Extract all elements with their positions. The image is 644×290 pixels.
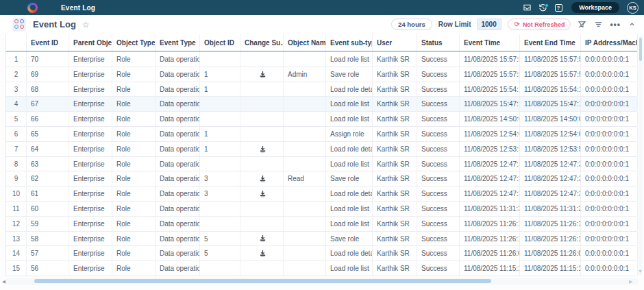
col-object-type[interactable]: Object Type (112, 34, 156, 51)
col-event-type[interactable]: Event Type (156, 34, 200, 51)
user-avatar[interactable]: KS (627, 2, 639, 14)
col-user[interactable]: User (373, 34, 417, 51)
filter-off-icon[interactable] (577, 19, 587, 29)
table-row[interactable]: 5 66 Enterprise Role Data operation Load… (6, 112, 637, 127)
table-row[interactable]: 11 60 Enterprise Role Data operation Loa… (6, 202, 637, 217)
cell-object-type: Role (112, 82, 156, 97)
topbar-actions: ? Workspace KS (522, 2, 644, 14)
cell-object-type: Role (112, 171, 156, 186)
table-row[interactable]: 15 56 Enterprise Role Data operation Loa… (6, 261, 637, 276)
col-change-summary[interactable]: Change Su... (240, 34, 284, 51)
table-row[interactable]: 1 70 Enterprise Role Data operation Load… (6, 52, 637, 67)
download-icon[interactable] (259, 190, 267, 197)
workspace-button[interactable]: Workspace (571, 2, 619, 13)
download-icon[interactable] (259, 145, 267, 153)
cell-ip-address: 0:0:0:0:0:0:0:1 (581, 82, 638, 97)
cell-event-id: 56 (27, 261, 69, 276)
cell-event-sub-type: Load role list (326, 157, 373, 171)
table-row[interactable]: 6 65 Enterprise Role Data operation 1 As… (6, 127, 637, 142)
cell-status: Success (417, 82, 460, 97)
cell-event-id: 67 (27, 97, 69, 111)
refresh-status-button[interactable]: ⟳ Not Refreshed (508, 19, 571, 30)
cell-status: Success (417, 186, 460, 201)
cell-change-summary (240, 97, 284, 111)
time-range-button[interactable]: 24 hours (391, 19, 432, 30)
table-row[interactable]: 10 61 Enterprise Role Data operation 3 L… (6, 186, 637, 202)
table-row[interactable]: 4 67 Enterprise Role Data operation Load… (6, 97, 637, 112)
cell-event-end-time: 11/08/2025 15:47:17 (520, 97, 581, 111)
table-row[interactable]: 14 57 Enterprise Role Data operation 5 L… (6, 246, 637, 261)
vscroll-down-arrow-icon[interactable]: ▼ (638, 269, 643, 274)
cell-parent-object: Enterprise (69, 202, 112, 216)
cell-event-end-time: 11/08/2025 12:47:39 (520, 157, 581, 171)
table-row[interactable]: 3 68 Enterprise Role Data operation 1 Lo… (6, 82, 637, 97)
inbox-icon[interactable] (522, 3, 532, 12)
download-icon[interactable] (259, 175, 267, 182)
filter-lines-icon[interactable] (593, 19, 604, 29)
cell-change-summary (240, 246, 284, 261)
col-event-time[interactable]: Event Time (460, 34, 520, 51)
table-row[interactable]: 8 63 Enterprise Role Data operation Load… (6, 157, 637, 172)
vertical-scrollbar-thumb[interactable] (639, 38, 642, 61)
cell-parent-object: Enterprise (69, 232, 112, 246)
cell-ip-address: 0:0:0:0:0:0:0:1 (581, 217, 638, 231)
cell-object-id: 3 (200, 186, 240, 201)
col-ip-address[interactable]: IP Address/Machine (581, 34, 638, 51)
table-row[interactable]: 12 59 Enterprise Role Data operation Loa… (6, 217, 637, 232)
more-options-icon[interactable]: ••• (610, 20, 621, 29)
top-navigation-bar: Event Log ? Workspace KS (0, 0, 644, 15)
col-status[interactable]: Status (417, 34, 460, 51)
table-row[interactable]: 9 62 Enterprise Role Data operation 3 Re… (6, 171, 637, 186)
cell-status: Success (417, 246, 460, 261)
col-event-sub-type[interactable]: Event sub-type (326, 34, 373, 51)
cell-parent-object: Enterprise (69, 157, 112, 171)
cell-object-id (200, 97, 240, 111)
col-object-name[interactable]: Object Name (284, 34, 326, 51)
horizontal-scrollbar-thumb[interactable] (34, 279, 491, 283)
cell-event-sub-type: Save role (326, 67, 373, 82)
cell-parent-object: Enterprise (69, 186, 112, 201)
cell-row-number: 8 (6, 157, 27, 171)
cell-event-sub-type: Load role list (326, 97, 373, 111)
vertical-scrollbar-track (639, 36, 643, 276)
col-event-id[interactable]: Event ID (27, 34, 69, 51)
star-icon[interactable]: ☆ (82, 20, 90, 29)
download-icon[interactable] (259, 234, 267, 242)
help-icon[interactable]: ? (554, 3, 563, 12)
cell-event-end-time: 11/08/2025 14:50:07 (520, 112, 581, 126)
col-object-id[interactable]: Object ID (200, 34, 240, 51)
cell-parent-object: Enterprise (69, 67, 112, 82)
col-event-end-time[interactable]: Event End Time (520, 34, 581, 51)
history-icon[interactable] (538, 3, 547, 12)
download-icon[interactable] (259, 250, 267, 257)
cell-ip-address: 0:0:0:0:0:0:0:1 (581, 261, 638, 276)
hscroll-right-arrow-icon[interactable]: ▶ (629, 279, 632, 285)
collapse-icon[interactable] (627, 19, 637, 29)
row-limit-input[interactable] (477, 19, 501, 30)
cell-ip-address: 0:0:0:0:0:0:0:1 (581, 112, 638, 126)
cell-user: Karthik SR (373, 97, 417, 111)
cell-object-name (284, 127, 326, 141)
table-row[interactable]: 2 69 Enterprise Role Data operation 1 Ad… (6, 67, 637, 82)
col-parent-object[interactable]: Parent Obje... (69, 34, 112, 51)
cell-event-time: 11/08/2025 12:54:09 (460, 127, 520, 141)
cell-user: Karthik SR (373, 171, 417, 186)
table-row[interactable]: 13 58 Enterprise Role Data operation 5 S… (6, 232, 637, 247)
cell-event-sub-type: Load role detail (326, 246, 373, 261)
download-icon[interactable] (259, 71, 267, 78)
cell-event-sub-type: Load role list (326, 261, 373, 276)
cell-row-number: 2 (6, 67, 27, 82)
cloud-logo-icon[interactable] (27, 3, 38, 13)
cell-ip-address: 0:0:0:0:0:0:0:1 (581, 142, 638, 156)
cell-event-time: 11/08/2025 11:26:15 (460, 217, 520, 231)
cell-event-type: Data operation (156, 97, 200, 111)
cell-user: Karthik SR (373, 112, 417, 126)
cell-status: Success (417, 261, 460, 276)
cell-user: Karthik SR (373, 202, 417, 216)
cell-object-type: Role (112, 142, 156, 156)
cell-status: Success (417, 52, 460, 67)
cell-change-summary (240, 186, 284, 201)
cell-change-summary (240, 217, 284, 231)
table-row[interactable]: 7 64 Enterprise Role Data operation 1 Lo… (6, 142, 637, 157)
cell-event-end-time: 11/08/2025 12:53:53 (520, 142, 581, 156)
